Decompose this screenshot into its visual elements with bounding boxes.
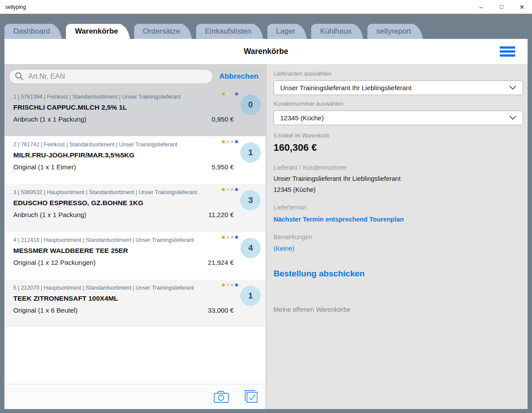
delivery-date-label: Liefertermin: [274, 204, 523, 211]
tab-label: Lager: [276, 27, 295, 36]
quantity-badge[interactable]: 0: [240, 95, 261, 115]
tab-label: Einkaufslisten: [205, 27, 251, 36]
hamburger-icon[interactable]: [500, 46, 515, 57]
open-carts-label: Meine offenen Warenkörbe: [274, 306, 523, 313]
delivery-date-link[interactable]: Nächster Termin entsprechend Tourenplan: [274, 216, 523, 223]
search-icon: [15, 72, 24, 81]
cart-count: 5 Artikel im Warenkorb: [274, 133, 523, 139]
status-dots-icon: [222, 283, 238, 287]
tab-warenkörbe[interactable]: Warenkörbe: [66, 24, 121, 39]
customer-select-value: 12345 (Küche): [280, 114, 509, 122]
quantity-badge[interactable]: 1: [240, 286, 261, 306]
list-item[interactable]: 2 | 761742 | Feinkost | Standardsortimen…: [4, 136, 266, 184]
tab-ordersätze[interactable]: Ordersätze: [134, 24, 183, 39]
item-meta: 2 | 761742 | Feinkost | Standardsortimen…: [13, 141, 234, 148]
tab-kühlhaus[interactable]: Kühlhaus: [311, 24, 354, 39]
tab-sellyreport[interactable]: sellyreport: [367, 24, 413, 39]
chevron-down-icon: [509, 84, 517, 92]
window-title: sellyping: [0, 4, 471, 10]
tab-label: Warenkörbe: [75, 27, 118, 36]
search-bar: Abbrechen: [4, 64, 266, 88]
item-unit: Original (1 x 1 Eimer): [13, 163, 76, 171]
tab-dashboard[interactable]: Dashboard: [4, 24, 53, 39]
item-unit: Anbruch (1 x 1 Packung): [13, 211, 86, 218]
item-name: EDUSCHO ESPRESSO, GZ.BOHNE 1KG: [13, 199, 234, 207]
close-button[interactable]: ✕: [512, 0, 532, 14]
tab-einkaufslisten[interactable]: Einkaufslisten: [196, 24, 254, 39]
tab-label: sellyreport: [376, 27, 411, 36]
supplier-select[interactable]: Unser Trainingslieferant Ihr Lieblingsli…: [274, 80, 523, 95]
cancel-button[interactable]: Abbrechen: [219, 72, 260, 81]
maximize-button[interactable]: □: [491, 0, 512, 14]
item-price: 21,924 €: [208, 259, 234, 266]
list-item[interactable]: 4 | 212418 | Hauptsortiment | Standardso…: [4, 232, 266, 279]
tab-lager[interactable]: Lager: [267, 24, 298, 39]
status-dots-icon: [222, 188, 238, 191]
list-item[interactable]: 1 | 5761394 | Feinkost | Standardsortime…: [4, 88, 266, 136]
app-window: sellyping – □ ✕ DashboardWarenkörbeOrder…: [0, 0, 532, 413]
order-summary-panel: Lieferanten auswählen Unser Trainingslie…: [266, 64, 528, 409]
order-check-icon[interactable]: [243, 389, 258, 405]
item-meta: 1 | 5761394 | Feinkost | Standardsortime…: [13, 94, 234, 100]
item-meta: 4 | 212418 | Hauptsortiment | Standardso…: [13, 237, 234, 243]
tab-bar: DashboardWarenkörbeOrdersätzeEinkaufslis…: [4, 14, 528, 39]
window-controls: – □ ✕: [471, 0, 532, 14]
app-frame: DashboardWarenkörbeOrdersätzeEinkaufslis…: [0, 14, 532, 413]
item-meta: 5 | 212070 | Hauptsortiment | Standardso…: [13, 285, 234, 291]
item-name: MILR.FRU-JOGH.PFIR/MAR.3,5%5KG: [13, 151, 234, 159]
left-panel-footer: [4, 384, 266, 409]
camera-icon[interactable]: [213, 390, 229, 404]
supplier-value: Unser Trainingslieferant Ihr Lieblingsli…: [274, 175, 523, 182]
quantity-badge[interactable]: 4: [240, 238, 261, 258]
chevron-down-icon: [509, 114, 517, 122]
page-header: Warenkörbe: [4, 39, 528, 64]
item-unit: Anbruch (1 x 1 Packung): [13, 115, 86, 123]
tab-label: Kühlhaus: [320, 27, 351, 36]
item-name: FRISCHLI CAPPUC.MILCH 2,5% 1L: [13, 103, 234, 111]
customer-select[interactable]: 12345 (Küche): [274, 111, 523, 125]
search-input[interactable]: [27, 72, 208, 81]
cart-total: 160,306 €: [274, 142, 523, 153]
item-name: MESSMER WALDBEERE TEE 25ER: [13, 247, 234, 255]
remarks-label: Bemerkungen: [274, 233, 523, 241]
quantity-badge[interactable]: 3: [240, 190, 261, 210]
content-area: Warenkörbe: [4, 39, 528, 409]
supplier-select-label: Lieferanten auswählen: [274, 70, 523, 77]
main-area: Abbrechen 1 | 5761394 | Feinkost | Stand…: [4, 64, 528, 409]
supplier-customer-label: Lieferant / Kundennummer: [274, 164, 523, 171]
list-item[interactable]: 3 | 5369532 | Hauptsortiment | Standards…: [4, 184, 266, 232]
item-price: 11,220 €: [208, 211, 234, 218]
item-unit: Original (1 x 6 Beutel): [13, 306, 77, 314]
tab-label: Ordersätze: [143, 27, 180, 36]
item-price: 5,950 €: [212, 163, 234, 171]
status-dots-icon: [222, 236, 238, 239]
list-item[interactable]: 5 | 212070 | Hauptsortiment | Standardso…: [4, 279, 266, 327]
customer-value: 12345 (Küche): [274, 186, 523, 193]
status-dots-icon: [222, 92, 238, 96]
item-list[interactable]: 1 | 5761394 | Feinkost | Standardsortime…: [4, 88, 266, 384]
item-meta: 3 | 5369532 | Hauptsortiment | Standards…: [13, 189, 234, 195]
page-title: Warenkörbe: [244, 47, 289, 56]
item-name: TEEK ZITRONENSAFT 100X4ML: [13, 294, 234, 302]
item-price: 33,000 €: [208, 306, 234, 314]
item-price: 0,950 €: [212, 115, 234, 123]
submit-order-button[interactable]: Bestellung abschicken: [274, 269, 523, 279]
remarks-link[interactable]: (Keine): [274, 245, 523, 252]
minimize-button[interactable]: –: [471, 0, 491, 14]
search-box[interactable]: [9, 69, 213, 84]
status-dots-icon: [222, 140, 238, 143]
cart-item-panel: Abbrechen 1 | 5761394 | Feinkost | Stand…: [4, 64, 266, 409]
customer-select-label: Kundennummer auswählen: [274, 100, 523, 107]
title-bar: sellyping – □ ✕: [0, 0, 532, 14]
supplier-select-value: Unser Trainingslieferant Ihr Lieblingsli…: [280, 84, 509, 92]
item-unit: Original (1 x 12 Packungen): [13, 259, 96, 266]
quantity-badge[interactable]: 1: [240, 142, 261, 163]
tab-label: Dashboard: [13, 27, 50, 36]
